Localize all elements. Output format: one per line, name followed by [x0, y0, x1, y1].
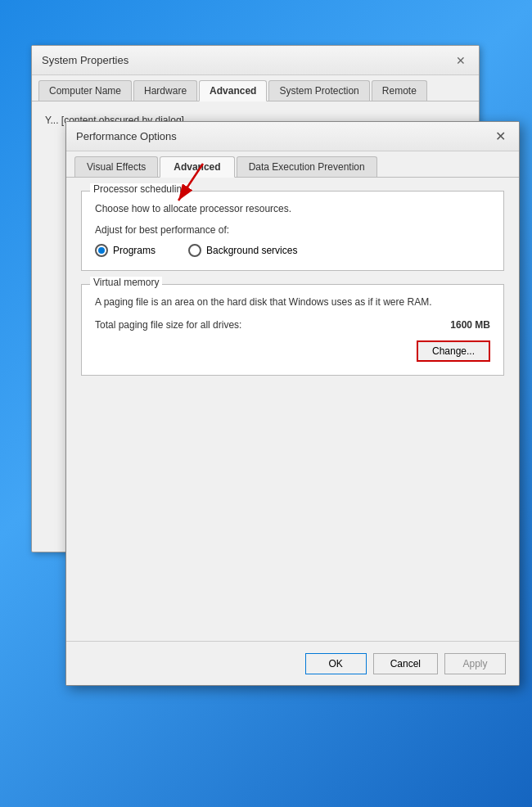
ok-button[interactable]: OK	[305, 653, 367, 674]
processor-scheduling-section: Processor scheduling Choose how to alloc…	[81, 191, 504, 271]
radio-background-label: Background services	[206, 245, 297, 256]
adjust-label: Adjust for best performance of:	[95, 224, 490, 236]
dialog-titlebar: Performance Options ✕	[66, 122, 519, 151]
radio-background[interactable]: Background services	[188, 244, 297, 257]
virtual-memory-section: Virtual memory A paging file is an area …	[81, 284, 504, 376]
tab-remote[interactable]: Remote	[372, 80, 427, 101]
vm-description: A paging file is an area on the hard dis…	[95, 295, 490, 309]
tab-hardware[interactable]: Hardware	[133, 80, 197, 101]
tab-advanced-bg[interactable]: Advanced	[199, 80, 267, 101]
radio-programs[interactable]: Programs	[95, 244, 156, 257]
dialog-footer: OK Cancel Apply	[66, 641, 519, 685]
bg-titlebar: System Properties ✕	[32, 46, 479, 75]
vm-legend: Virtual memory	[90, 277, 162, 288]
bg-window-title: System Properties	[42, 54, 128, 66]
tab-advanced-dialog[interactable]: Advanced	[160, 156, 234, 178]
dialog-tab-bar: Visual Effects Advanced Data Execution P…	[66, 151, 519, 178]
dialog-title: Performance Options	[76, 130, 177, 142]
processor-description: Choose how to allocate processor resourc…	[95, 201, 490, 216]
dialog-content: Processor scheduling Choose how to alloc…	[66, 178, 519, 402]
tab-system-protection[interactable]: System Protection	[268, 80, 369, 101]
cancel-button[interactable]: Cancel	[373, 653, 438, 674]
bg-tab-bar: Computer Name Hardware Advanced System P…	[32, 75, 479, 101]
dialog-close-button[interactable]: ✕	[491, 128, 509, 146]
bg-close-button[interactable]: ✕	[453, 52, 469, 69]
tab-computer-name[interactable]: Computer Name	[38, 80, 132, 101]
vm-change-button[interactable]: Change...	[417, 340, 490, 362]
radio-programs-label: Programs	[113, 245, 156, 256]
performance-options-dialog: Performance Options ✕ Visual Effects Adv…	[65, 121, 520, 686]
vm-total-row: Total paging file size for all drives: 1…	[95, 319, 490, 331]
vm-total-label: Total paging file size for all drives:	[95, 319, 241, 331]
apply-button[interactable]: Apply	[444, 653, 506, 674]
radio-background-circle[interactable]	[188, 244, 201, 257]
tab-visual-effects[interactable]: Visual Effects	[74, 156, 158, 177]
radio-programs-circle[interactable]	[95, 244, 108, 257]
vm-total-value: 1600 MB	[450, 319, 490, 331]
radio-group: Programs Background services	[95, 244, 490, 257]
tab-dep[interactable]: Data Execution Prevention	[237, 156, 377, 177]
processor-legend: Processor scheduling	[90, 183, 191, 195]
